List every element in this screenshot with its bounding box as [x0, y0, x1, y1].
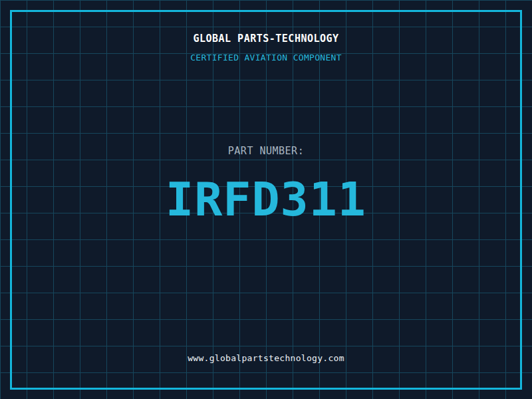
brand-title: GLOBAL PARTS-TECHNOLOGY [0, 33, 532, 45]
certification-subtitle: CERTIFIED AVIATION COMPONENT [0, 53, 532, 63]
website-url: www.globalpartstechnology.com [0, 353, 532, 364]
component-certificate-card: GLOBAL PARTS-TECHNOLOGY CERTIFIED AVIATI… [0, 0, 532, 399]
part-number-value: IRFD311 [0, 176, 532, 223]
part-number-label: PART NUMBER: [0, 145, 532, 157]
